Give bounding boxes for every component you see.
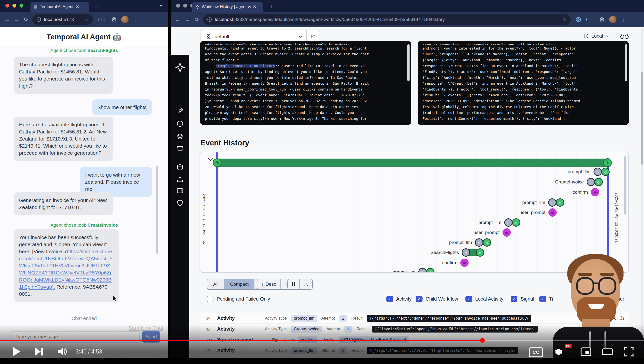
sidebar-layers-icon[interactable]	[176, 133, 184, 140]
extensions-puzzle-icon[interactable]	[599, 17, 604, 22]
back-icon[interactable]: ←	[175, 16, 180, 23]
view-compact-button[interactable]: Compact	[224, 279, 254, 289]
tab-list-chevron-icon[interactable]: ▾	[157, 2, 165, 9]
activity-completed-marker[interactable]: ◇	[594, 178, 603, 186]
timeline-collapse-chevron-icon[interactable]	[207, 158, 214, 162]
pause-button[interactable]	[288, 279, 299, 289]
activity-completed-marker[interactable]: ◇	[476, 248, 484, 257]
download-button[interactable]	[300, 279, 312, 289]
miniplayer-icon[interactable]	[580, 348, 591, 356]
sort-desc-button[interactable]: ↓Desc	[257, 279, 280, 289]
checkbox-checked[interactable]: ✓	[511, 296, 518, 302]
filter-local-activity[interactable]: ✓Local Activity	[466, 296, 504, 302]
site-info-icon[interactable]: i	[207, 17, 212, 22]
checkbox-checked[interactable]: ✓	[466, 296, 472, 302]
sidebar-labs-cube-icon[interactable]	[176, 164, 184, 171]
fullscreen-icon[interactable]	[624, 347, 634, 357]
zoom-window-button[interactable]	[20, 4, 24, 8]
extensions-puzzle-icon[interactable]	[112, 17, 116, 22]
sidebar-archive-icon[interactable]	[176, 145, 184, 152]
checkbox-unchecked[interactable]	[207, 296, 214, 302]
signal-marker[interactable]	[502, 228, 511, 237]
window-controls[interactable]	[176, 4, 194, 8]
profile-avatar[interactable]	[121, 16, 128, 23]
close-window-button[interactable]	[176, 4, 180, 8]
sidebar-import-icon[interactable]	[176, 176, 184, 183]
checkbox-checked[interactable]: ✓	[539, 296, 546, 302]
activity-scheduled-marker[interactable]: ◇	[504, 218, 512, 227]
filter-signal[interactable]: ✓Signal	[511, 296, 534, 302]
input-payload-panel[interactable]: "description": "Help the user gather arg…	[200, 41, 411, 125]
address-bar[interactable]: i localhost:5173 ☆	[32, 14, 93, 25]
temporal-logo-icon[interactable]	[175, 62, 186, 73]
signal-marker[interactable]	[591, 188, 599, 196]
external-link-icon[interactable]	[310, 34, 315, 39]
activity-completed-marker[interactable]: ◇	[601, 168, 610, 176]
activity-scheduled-marker[interactable]: ◇	[594, 168, 602, 176]
workflow-start-marker[interactable]: ◎	[213, 158, 222, 167]
sidebar-feedback-icon[interactable]	[176, 187, 184, 195]
password-manager-icon[interactable]	[576, 17, 581, 22]
next-video-icon[interactable]	[35, 348, 43, 356]
minimize-window-button[interactable]	[183, 4, 187, 8]
video-playhead[interactable]	[480, 338, 485, 343]
video-progress-track[interactable]	[0, 340, 644, 341]
pending-failed-filter[interactable]: Pending and Failed Only	[207, 296, 270, 302]
new-tab-button[interactable]: +	[269, 3, 273, 10]
panel-scrollbar[interactable]	[625, 44, 627, 81]
bookmark-star-icon[interactable]: ☆	[562, 17, 566, 22]
sidebar-workflows-icon[interactable]	[176, 107, 184, 114]
filter-activity[interactable]: ✓Activity	[386, 296, 412, 302]
activity-scheduled-marker[interactable]: ◇	[548, 198, 556, 207]
new-tab-button[interactable]: +	[95, 3, 99, 10]
panel-scrollbar[interactable]	[408, 44, 410, 81]
invoice-link[interactable]: https://invoice.stripe.com/i/acct_1NBOLu…	[19, 248, 114, 290]
reload-icon[interactable]: ⟳	[24, 16, 28, 23]
view-all-button[interactable]: All	[207, 279, 224, 289]
volume-icon[interactable]	[58, 348, 67, 356]
theater-mode-icon[interactable]	[602, 348, 613, 355]
captions-button[interactable]: CC	[529, 348, 543, 357]
activity-scheduled-marker[interactable]: ◇	[587, 178, 595, 186]
workflow-end-marker[interactable]: ◎	[603, 158, 612, 167]
profile-avatar[interactable]	[609, 16, 616, 23]
tab-close-icon[interactable]: ✕	[253, 4, 256, 10]
activity-scheduled-marker[interactable]: ◇	[462, 248, 470, 257]
timeline-scrollbar[interactable]	[624, 156, 626, 215]
tab-workflow-history[interactable]: Workflow History | agent-wor ✕	[192, 2, 263, 12]
activity-completed-marker[interactable]: ◇	[556, 198, 564, 207]
expander-diamond-icon[interactable]: ◇	[206, 316, 213, 321]
browser-menu-icon[interactable]: ⋮	[621, 16, 626, 22]
activity-scheduled-marker[interactable]: ◇	[475, 238, 483, 247]
filter-child-workflow[interactable]: ✓Child Workflow	[416, 296, 458, 302]
signal-marker[interactable]	[548, 208, 557, 217]
back-icon[interactable]: ←	[4, 16, 10, 23]
minimize-window-button[interactable]	[12, 4, 16, 8]
result-payload-panel[interactable]: 'next': 'question', 'response': \"Could …	[418, 41, 629, 125]
signal-marker[interactable]	[460, 258, 468, 267]
labs-glasses-icon[interactable]	[620, 33, 629, 40]
reload-icon[interactable]: ⟳	[195, 16, 199, 23]
chevron-down-icon[interactable]	[298, 34, 303, 39]
tab-close-icon[interactable]: ✕	[76, 4, 79, 10]
filter-timer[interactable]: ✓Ti	[539, 296, 553, 302]
claude-extension-icon[interactable]: C⋮	[586, 16, 594, 22]
checkbox-checked[interactable]: ✓	[386, 296, 393, 302]
sidebar-heart-icon[interactable]	[176, 200, 184, 206]
close-window-button[interactable]	[5, 4, 9, 8]
timezone-selector[interactable]: Local	[584, 33, 610, 39]
settings-gear-icon[interactable]	[553, 346, 564, 357]
activity-completed-marker[interactable]: ◇	[512, 218, 520, 227]
window-controls[interactable]	[5, 4, 24, 8]
site-info-icon[interactable]: i	[36, 17, 41, 22]
checkbox-checked[interactable]: ✓	[416, 296, 422, 302]
play-icon[interactable]	[13, 347, 21, 356]
browser-menu-icon[interactable]: ⋮	[134, 16, 138, 22]
sidebar-schedules-icon[interactable]	[176, 120, 184, 127]
tab-temporal-ai-agent[interactable]: Temporal AI Agent ✕	[30, 2, 89, 12]
address-bar[interactable]: i localhost:8233/namespaces/default/work…	[203, 14, 571, 25]
workflow-execution-bar[interactable]	[217, 158, 608, 167]
activity-completed-marker[interactable]: ◇	[483, 238, 491, 247]
claude-extension-icon[interactable]: C⋮	[98, 16, 106, 22]
bookmark-star-icon[interactable]: ☆	[85, 17, 89, 22]
